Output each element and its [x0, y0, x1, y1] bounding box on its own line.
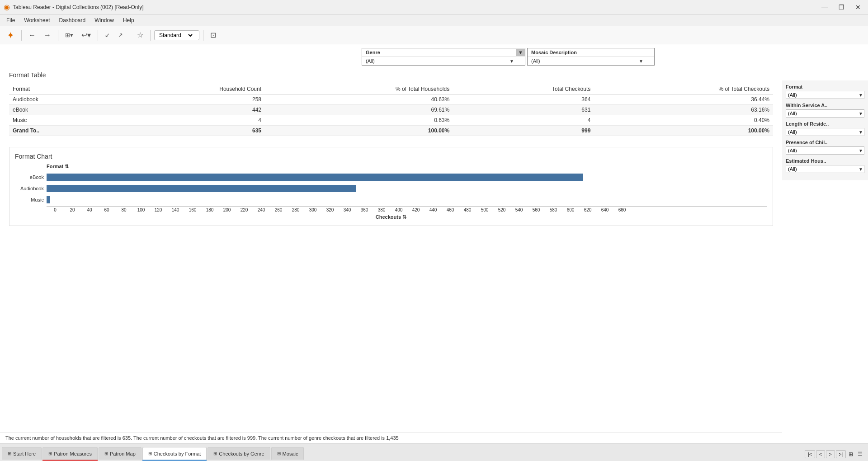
x-tick: 140	[167, 207, 184, 212]
nav-next-button[interactable]: >	[826, 450, 835, 458]
col-pct-households: % of Total Households	[265, 84, 453, 94]
sort-asc-button[interactable]: ↙	[102, 30, 113, 40]
menu-dashboard[interactable]: Dashboard	[54, 16, 90, 24]
view-select[interactable]: Standard Fit Width Fit Height Entire Vie…	[157, 32, 194, 39]
format-filter-select[interactable]: (All)	[786, 91, 864, 99]
tab-icon: ⊞	[8, 451, 11, 456]
estimated-household-filter-group: Estimated Hous.. (All) ▼	[786, 158, 864, 173]
tab-mosaic[interactable]: ⊞Mosaic	[271, 447, 304, 461]
presence-children-filter-group: Presence of Chil.. (All) ▼	[786, 140, 864, 155]
cell-format: Music	[9, 115, 113, 126]
genre-filter-value-row: (All) ▼	[362, 57, 525, 65]
chart-row: eBook	[15, 172, 767, 182]
pin-button[interactable]: ⊞▾	[62, 30, 76, 40]
chart-bar-track	[47, 185, 767, 192]
length-residence-filter-select[interactable]: (All)	[786, 128, 864, 136]
format-chart-section: Format Chart Format ⇅ eBook Audiobook Mu…	[9, 147, 773, 226]
chart-bar-track	[47, 174, 767, 181]
x-tick: 20	[64, 207, 81, 212]
tab-patron-map[interactable]: ⊞Patron Map	[99, 447, 142, 461]
cell-pct-households: 69.61%	[265, 105, 453, 115]
maximize-button[interactable]: ❐	[835, 3, 848, 12]
tab-icon: ⊞	[277, 451, 281, 456]
toolbar-separator-3	[98, 30, 98, 41]
toolbar-separator-1	[21, 30, 22, 41]
chart-bar-label: eBook	[15, 174, 47, 180]
minimize-button[interactable]: —	[818, 3, 831, 12]
cell-pct-households: 40.63%	[265, 94, 453, 105]
menu-file[interactable]: File	[2, 16, 19, 24]
mosaic-dropdown-arrow[interactable]: ▼	[639, 59, 643, 64]
sort-desc-button[interactable]: ↗	[115, 30, 126, 40]
x-tick: 60	[98, 207, 115, 212]
toolbar-separator-4	[130, 30, 130, 41]
genre-filter-dropdown-btn[interactable]: ▼	[516, 49, 525, 56]
chart-bar-track	[47, 196, 767, 203]
length-residence-filter-wrapper: (All) ▼	[786, 128, 864, 136]
presence-children-filter-select[interactable]: (All)	[786, 146, 864, 155]
cell-format: Grand To..	[9, 126, 113, 136]
tab-patron-measures[interactable]: ⊞Patron Measures	[42, 447, 98, 461]
present-button[interactable]: ⊡	[207, 29, 219, 41]
estimated-household-filter-label: Estimated Hous..	[786, 158, 864, 164]
tab-label: Checkouts by Genre	[219, 451, 264, 456]
chart-row: Audiobook	[15, 183, 767, 193]
tab-label: Patron Map	[110, 451, 136, 456]
nav-last-button[interactable]: >|	[836, 450, 846, 458]
x-tick: 200	[218, 207, 236, 212]
length-residence-filter-label: Length of Reside..	[786, 121, 864, 127]
x-tick: 420	[407, 207, 425, 212]
x-tick: 580	[545, 207, 562, 212]
format-filter-group: Format (All) ▼	[786, 84, 864, 99]
tableau-main-area: Checkouts by Format Genre ▼ (All) ▼ Mosa…	[0, 44, 868, 443]
x-tick: 360	[356, 207, 373, 212]
estimated-household-filter-select[interactable]: (All)	[786, 165, 864, 173]
x-tick: 40	[81, 207, 98, 212]
nav-first-button[interactable]: |<	[805, 450, 815, 458]
back-button[interactable]: ←	[25, 29, 39, 41]
within-service-filter-group: Within Service A.. (All) ▼	[786, 103, 864, 118]
chart-bar-label: Music	[15, 197, 47, 202]
tab-icon: ⊞	[148, 451, 152, 456]
chart-bar	[47, 174, 583, 181]
cell-format: eBook	[9, 105, 113, 115]
x-tick: 160	[184, 207, 201, 212]
cell-pct-checkouts: 100.00%	[594, 126, 773, 136]
format-filter-select-wrapper: (All) ▼	[786, 91, 864, 99]
length-residence-filter-group: Length of Reside.. (All) ▼	[786, 121, 864, 136]
tab-start-here[interactable]: ⊞Start Here	[2, 447, 42, 461]
chart-bar-label: Audiobook	[15, 186, 47, 191]
close-button[interactable]: ✕	[852, 3, 864, 12]
bookmark-button[interactable]: ☆	[134, 29, 146, 41]
undo-button[interactable]: ↩▾	[78, 29, 94, 41]
tab-checkouts-by-format[interactable]: ⊞Checkouts by Format	[142, 447, 207, 461]
top-filters-area: Genre ▼ (All) ▼ Mosaic Description (All)…	[362, 48, 655, 66]
genre-dropdown-arrow[interactable]: ▼	[509, 59, 514, 64]
cell-total-checkouts: 631	[453, 105, 594, 115]
forward-button[interactable]: →	[41, 29, 54, 41]
window-controls: — ❐ ✕	[818, 3, 864, 12]
tab-checkouts-by-genre[interactable]: ⊞Checkouts by Genre	[208, 447, 270, 461]
grid-view-button[interactable]: ⊞	[847, 450, 855, 458]
nav-prev-button[interactable]: <	[816, 450, 825, 458]
cell-total-checkouts: 364	[453, 94, 594, 105]
menu-worksheet[interactable]: Worksheet	[19, 16, 54, 24]
genre-filter-value: (All)	[366, 58, 375, 64]
bottom-nav-controls: |< < > >| ⊞ ☰	[805, 450, 864, 458]
tableau-home-button[interactable]: ✦	[4, 28, 18, 42]
tabs-container: ⊞Start Here⊞Patron Measures⊞Patron Map⊞C…	[2, 447, 305, 461]
list-view-button[interactable]: ☰	[856, 450, 864, 458]
cell-household-count: 258	[113, 94, 265, 105]
table-row: Audiobook 258 40.63% 364 36.44%	[9, 94, 773, 105]
view-dropdown[interactable]: Standard Fit Width Fit Height Entire Vie…	[154, 30, 199, 40]
within-service-filter-select[interactable]: (All)	[786, 109, 864, 118]
chart-x-ticks: 0204060801001201401601802002202402602803…	[47, 207, 767, 212]
x-tick: 480	[459, 207, 476, 212]
toolbar-separator-2	[58, 30, 58, 41]
x-tick: 260	[270, 207, 287, 212]
x-tick: 520	[493, 207, 510, 212]
menu-window[interactable]: Window	[90, 16, 118, 24]
menu-help[interactable]: Help	[118, 16, 139, 24]
chart-bar	[47, 185, 356, 192]
col-pct-checkouts: % of Total Checkouts	[594, 84, 773, 94]
